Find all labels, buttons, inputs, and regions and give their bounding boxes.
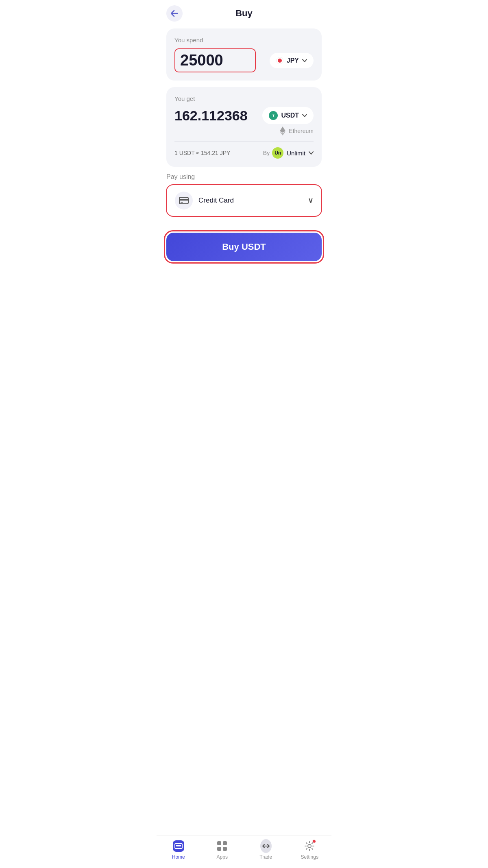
- by-label: By: [263, 150, 270, 156]
- usdt-icon: ₮: [269, 111, 278, 120]
- svg-rect-4: [181, 202, 183, 203]
- nav-home-label: Home: [172, 854, 185, 860]
- nav-trade-label: Trade: [259, 854, 272, 860]
- svg-rect-3: [179, 199, 188, 201]
- pay-method-label: Credit Card: [198, 196, 234, 205]
- buy-button-wrapper: Buy USDT: [157, 226, 331, 261]
- page-container: Buy You spend JPY You get: [157, 0, 331, 868]
- page-title: Buy: [235, 8, 253, 19]
- get-currency-label: USDT: [281, 112, 299, 119]
- pay-using-section: Pay using Credit Card ∨: [166, 173, 322, 216]
- pay-chevron-icon: ∨: [308, 196, 313, 205]
- nav-settings-label: Settings: [301, 854, 318, 860]
- you-spend-label: You spend: [174, 37, 314, 44]
- credit-card-icon-wrapper: [175, 192, 193, 209]
- you-spend-card: You spend JPY: [166, 28, 322, 81]
- you-spend-row: JPY: [174, 48, 314, 72]
- get-amount: 162.112368: [174, 108, 248, 124]
- rate-text: 1 USDT ≈ 154.21 JPY: [174, 150, 230, 156]
- get-currency-selector[interactable]: ₮ USDT: [262, 107, 314, 124]
- nav-apps[interactable]: Apps: [200, 840, 244, 860]
- bottom-nav: Home Apps Trade: [157, 835, 331, 868]
- get-chevron-down-icon: [302, 114, 307, 117]
- chevron-down-icon: [302, 59, 307, 62]
- settings-icon-wrapper: [304, 840, 315, 852]
- credit-card-icon: [179, 197, 189, 204]
- settings-notification-dot: [312, 840, 316, 843]
- spend-amount-input[interactable]: [174, 48, 256, 72]
- provider-selector[interactable]: Un Unlimit: [272, 147, 314, 159]
- pay-using-label: Pay using: [166, 173, 322, 181]
- spend-currency-label: JPY: [287, 57, 299, 64]
- nav-settings[interactable]: Settings: [288, 840, 332, 860]
- ethereum-badge: Ethereum: [174, 127, 314, 135]
- nav-apps-label: Apps: [217, 854, 228, 860]
- you-get-card: You get 162.112368 ₮ USDT: [166, 87, 322, 167]
- network-label: Ethereum: [289, 128, 314, 134]
- nav-trade[interactable]: Trade: [244, 840, 288, 860]
- apps-icon: [216, 840, 228, 852]
- back-button[interactable]: [166, 5, 183, 22]
- svg-point-5: [308, 844, 311, 848]
- you-get-row: 162.112368 ₮ USDT: [174, 107, 314, 124]
- eth-icon: [279, 127, 286, 135]
- jpy-flag-icon: [276, 57, 283, 64]
- rate-row: 1 USDT ≈ 154.21 JPY By Un Unlimit: [174, 141, 314, 159]
- pay-method-left: Credit Card: [175, 192, 234, 209]
- nav-home[interactable]: Home: [157, 840, 200, 860]
- provider-badge: Un: [272, 147, 283, 159]
- pay-method-selector[interactable]: Credit Card ∨: [166, 185, 322, 216]
- you-get-label: You get: [174, 95, 314, 102]
- trade-icon: [260, 840, 272, 852]
- home-icon: [173, 840, 184, 852]
- provider-label: Unlimit: [287, 150, 305, 157]
- buy-usdt-button[interactable]: Buy USDT: [166, 233, 322, 261]
- provider-chevron-icon: [309, 151, 314, 155]
- spend-currency-selector[interactable]: JPY: [270, 53, 314, 68]
- header: Buy: [157, 0, 331, 25]
- main-content: You spend JPY You get 162.112368: [157, 25, 331, 226]
